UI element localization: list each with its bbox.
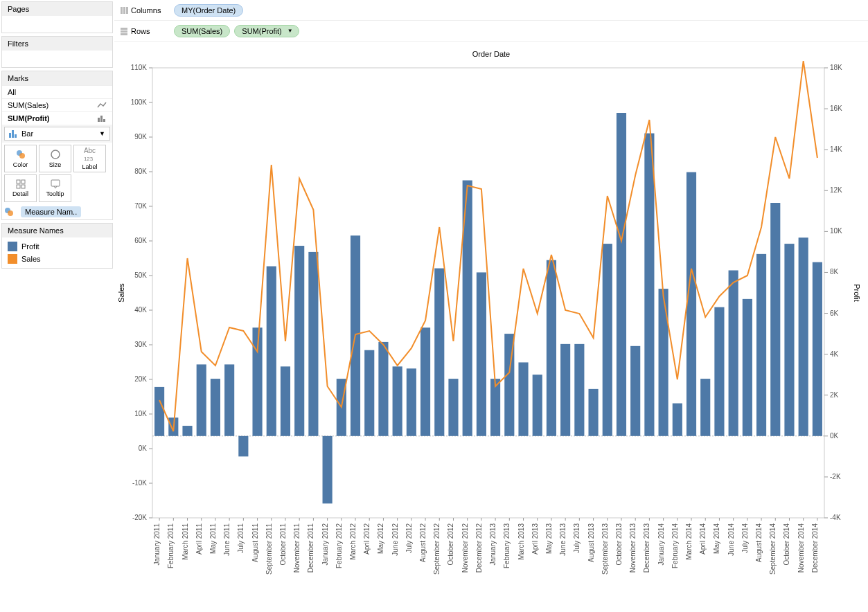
label-button[interactable]: Abc123 Label	[73, 145, 106, 172]
svg-text:August 2011: August 2011	[251, 523, 259, 563]
svg-rect-92	[378, 342, 388, 436]
svg-text:November 2013: November 2013	[629, 523, 637, 573]
color-icon	[15, 149, 26, 160]
svg-rect-120	[770, 203, 780, 436]
chevron-down-icon: ▼	[287, 28, 293, 34]
svg-rect-81	[224, 364, 234, 435]
svg-rect-104	[547, 260, 556, 436]
svg-text:10K: 10K	[830, 227, 842, 235]
svg-text:June 2012: June 2012	[391, 523, 399, 556]
columns-label: Columns	[120, 6, 168, 15]
svg-rect-96	[434, 269, 444, 436]
svg-text:October 2014: October 2014	[783, 523, 790, 566]
chart-container[interactable]: -20K-10K0K10K20K30K40K50K60K70K80K90K100…	[114, 61, 868, 612]
svg-rect-87	[308, 252, 318, 436]
svg-text:February 2013: February 2013	[503, 523, 511, 568]
svg-text:September 2012: September 2012	[433, 523, 441, 575]
svg-text:-4K: -4K	[830, 514, 841, 521]
detail-button[interactable]: Detail	[4, 174, 37, 202]
svg-rect-95	[420, 327, 430, 436]
svg-rect-111	[644, 134, 654, 436]
svg-text:8K: 8K	[830, 268, 839, 276]
svg-rect-12	[21, 185, 25, 188]
svg-text:October 2013: October 2013	[615, 523, 623, 566]
svg-text:2K: 2K	[830, 391, 839, 399]
svg-rect-109	[617, 113, 626, 436]
svg-point-8	[51, 150, 60, 159]
svg-text:August 2014: August 2014	[755, 523, 763, 563]
pages-panel: Pages	[1, 1, 113, 33]
svg-text:May 2013: May 2013	[545, 523, 553, 554]
chevron-down-icon: ▼	[99, 130, 105, 137]
svg-text:May 2011: May 2011	[209, 523, 217, 554]
tooltip-button[interactable]: Tooltip	[39, 174, 71, 202]
legend-item-profit[interactable]: Profit	[8, 240, 107, 253]
svg-text:March 2012: March 2012	[349, 523, 357, 560]
mark-type-select[interactable]: Bar ▼	[4, 127, 110, 141]
svg-text:October 2011: October 2011	[279, 523, 287, 566]
svg-text:30K: 30K	[134, 341, 147, 348]
svg-rect-122	[799, 237, 808, 436]
svg-text:June 2011: June 2011	[223, 523, 231, 556]
svg-text:6K: 6K	[830, 309, 839, 317]
chart-area: Order Date -20K-10K0K10K20K30K40K50K60K7…	[114, 42, 868, 612]
svg-text:July 2013: July 2013	[573, 523, 581, 553]
chart-svg: -20K-10K0K10K20K30K40K50K60K70K80K90K100…	[114, 61, 862, 608]
svg-text:April 2011: April 2011	[195, 523, 203, 555]
svg-text:90K: 90K	[134, 133, 147, 141]
rows-label: Rows	[120, 27, 168, 35]
legend-item-sales[interactable]: Sales	[8, 253, 107, 265]
svg-rect-110	[630, 346, 640, 436]
svg-rect-93	[393, 366, 402, 435]
svg-text:March 2014: March 2014	[685, 523, 693, 560]
mark-buttons: Color Size Abc123 Label Detail	[2, 143, 112, 204]
svg-rect-97	[448, 379, 458, 436]
svg-rect-9	[17, 180, 20, 183]
measure-names-row: Measure Nam..	[2, 204, 112, 219]
svg-text:January 2014: January 2014	[657, 523, 665, 566]
filters-body[interactable]	[2, 51, 112, 67]
svg-text:December 2014: December 2014	[811, 523, 819, 573]
svg-rect-85	[281, 366, 290, 435]
svg-text:70K: 70K	[134, 202, 147, 210]
color-button[interactable]: Color	[4, 145, 37, 172]
rows-shelf[interactable]: Rows SUM(Sales) SUM(Profit) ▼	[114, 21, 868, 42]
svg-rect-123	[813, 262, 822, 436]
legend-swatch-sales	[8, 254, 17, 264]
svg-rect-99	[477, 272, 486, 435]
marks-sales-row[interactable]: SUM(Sales)	[2, 98, 112, 111]
columns-pill[interactable]: MY(Order Date)	[174, 4, 243, 17]
marks-panel: Marks All SUM(Sales) SUM(Profit) Bar ▼	[1, 71, 113, 220]
marks-all[interactable]: All	[2, 85, 112, 98]
svg-rect-3	[9, 133, 11, 138]
measure-names-pill[interactable]: Measure Nam..	[21, 206, 81, 217]
svg-rect-107	[588, 389, 598, 436]
svg-rect-100	[490, 379, 500, 436]
svg-text:January 2011: January 2011	[153, 523, 161, 566]
rows-pill-sales[interactable]: SUM(Sales)	[174, 25, 230, 37]
svg-rect-106	[574, 344, 584, 436]
svg-rect-1	[100, 116, 103, 122]
svg-text:June 2014: June 2014	[727, 523, 735, 556]
svg-rect-119	[756, 254, 766, 436]
svg-rect-121	[784, 244, 794, 436]
svg-rect-117	[729, 271, 738, 436]
svg-text:May 2012: May 2012	[377, 523, 384, 554]
bar-chart-icon	[9, 130, 17, 138]
svg-rect-103	[533, 375, 542, 436]
svg-text:August 2012: August 2012	[419, 523, 427, 563]
detail-icon	[16, 179, 26, 189]
svg-text:September 2014: September 2014	[769, 523, 777, 575]
svg-text:December 2013: December 2013	[643, 523, 650, 573]
pages-body[interactable]	[2, 16, 112, 33]
tooltip-icon	[51, 179, 60, 189]
marks-profit-row[interactable]: SUM(Profit)	[2, 111, 112, 125]
columns-shelf[interactable]: Columns MY(Order Date)	[114, 0, 868, 21]
size-button[interactable]: Size	[39, 145, 71, 172]
marks-header: Marks	[2, 71, 112, 85]
rows-pill-profit[interactable]: SUM(Profit) ▼	[234, 25, 299, 37]
svg-rect-4	[12, 130, 14, 138]
svg-text:September 2013: September 2013	[601, 523, 609, 575]
svg-text:March 2013: March 2013	[517, 523, 525, 560]
rows-icon	[120, 27, 128, 35]
